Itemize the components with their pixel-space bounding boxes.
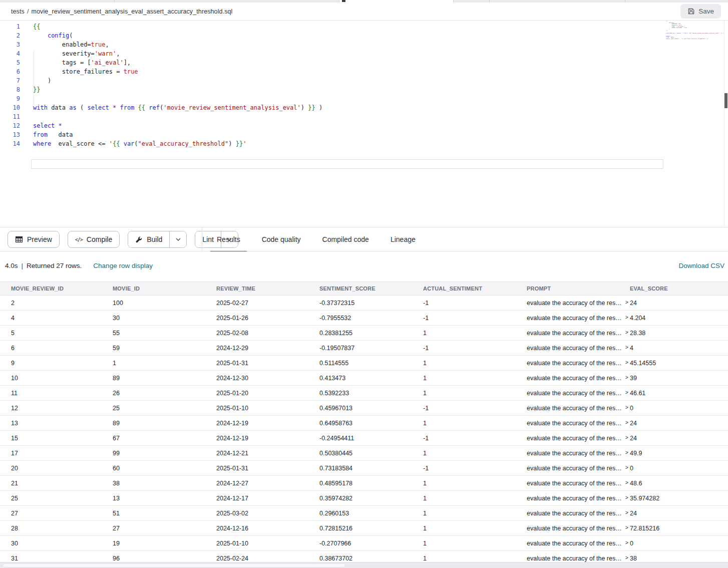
code-line-3[interactable]: 3 enabled=true, xyxy=(0,40,718,49)
prompt-expand-icon[interactable]: > xyxy=(625,300,628,305)
save-button[interactable]: Save xyxy=(680,4,721,19)
prompt-expand-icon[interactable]: > xyxy=(625,435,628,440)
cell-eval_score: 0 xyxy=(630,465,728,472)
code-line-13[interactable]: 13from data xyxy=(0,130,718,139)
cell-eval_score: 24 xyxy=(630,420,728,427)
prompt-preview-text: evaluate the accuracy of the res… xyxy=(527,300,622,307)
line-number: 7 xyxy=(0,76,20,85)
cell-eval_score: 48.6 xyxy=(630,480,728,487)
breadcrumb-separator: / xyxy=(27,8,29,15)
prompt-expand-icon[interactable]: > xyxy=(625,525,628,530)
prompt-expand-icon[interactable]: > xyxy=(625,360,628,365)
code-line-4[interactable]: 4 severity='warn', xyxy=(0,49,718,58)
code-line-6[interactable]: 6 store_failures = true xyxy=(0,67,718,76)
prompt-expand-icon[interactable]: > xyxy=(625,555,628,560)
prompt-expand-icon[interactable]: > xyxy=(625,420,628,425)
code-line-12[interactable]: 12select * xyxy=(0,121,718,130)
table-row: 12252025-01-100.45967013-1evaluate the a… xyxy=(0,401,728,416)
cell-actual_sentiment: 1 xyxy=(423,330,527,337)
build-dropdown-button[interactable] xyxy=(169,231,186,247)
cell-actual_sentiment: -1 xyxy=(423,300,527,307)
table-header-row: MOVIE_REVIEW_IDMOVIE_IDREVIEW_TIMESENTIM… xyxy=(0,282,728,296)
breadcrumb-directory[interactable]: tests xyxy=(11,8,25,15)
save-icon xyxy=(687,8,695,15)
cell-sentiment_score: 0.64958763 xyxy=(319,420,423,427)
tab-code-quality[interactable]: Code quality xyxy=(255,227,307,251)
code-line-1[interactable]: 1{{ xyxy=(0,22,718,31)
prompt-expand-icon[interactable]: > xyxy=(625,540,628,545)
line-number: 4 xyxy=(0,49,20,58)
prompt-expand-icon[interactable]: > xyxy=(625,405,628,410)
prompt-preview-text: evaluate the accuracy of the res… xyxy=(527,465,622,472)
cell-movie_review_id: 2 xyxy=(11,300,113,307)
prompt-preview-text: evaluate the accuracy of the res… xyxy=(527,345,622,352)
cell-movie_review_id: 9 xyxy=(11,360,113,367)
cell-actual_sentiment: -1 xyxy=(423,405,527,412)
cell-movie_id: 26 xyxy=(113,390,216,397)
tab-compiled-code[interactable]: Compiled code xyxy=(316,227,376,251)
prompt-preview-text: evaluate the accuracy of the res… xyxy=(527,390,622,397)
cell-movie_review_id: 10 xyxy=(11,375,113,382)
cell-eval_score: 38 xyxy=(630,555,728,562)
prompt-preview-text: evaluate the accuracy of the res… xyxy=(527,315,622,322)
cell-prompt: evaluate the accuracy of the res…> xyxy=(527,450,630,457)
change-row-display-link[interactable]: Change row display xyxy=(93,262,153,269)
prompt-expand-icon[interactable]: > xyxy=(625,330,628,335)
code-line-9[interactable]: 9 xyxy=(0,94,718,103)
cell-review_time: 2025-02-27 xyxy=(216,300,319,307)
cell-movie_review_id: 5 xyxy=(11,330,113,337)
cell-review_time: 2024-12-29 xyxy=(216,345,319,352)
breadcrumb: tests/movie_review_sentiment_analysis_ev… xyxy=(11,8,232,15)
prompt-expand-icon[interactable]: > xyxy=(625,510,628,515)
cell-sentiment_score: -0.7955532 xyxy=(319,315,423,322)
prompt-expand-icon[interactable]: > xyxy=(625,345,628,350)
table-row: 4302025-01-26-0.7955532-1evaluate the ac… xyxy=(0,311,728,326)
prompt-expand-icon[interactable]: > xyxy=(625,315,628,320)
code-line-10[interactable]: 10with data as ( select * from {{ ref('m… xyxy=(0,103,718,112)
cell-movie_id: 25 xyxy=(113,405,216,412)
code-line-8[interactable]: 8}} xyxy=(0,85,718,94)
tab-results[interactable]: Results xyxy=(210,227,247,251)
cell-movie_id: 59 xyxy=(113,345,216,352)
cell-review_time: 2024-12-21 xyxy=(216,450,319,457)
compile-button[interactable]: </> Compile xyxy=(68,231,120,248)
cell-movie_review_id: 25 xyxy=(11,495,113,502)
prompt-preview-text: evaluate the accuracy of the res… xyxy=(527,495,622,502)
horizontal-scrollbar-handle[interactable] xyxy=(3,563,345,567)
cell-review_time: 2025-01-10 xyxy=(216,405,319,412)
prompt-expand-icon[interactable]: > xyxy=(625,390,628,395)
horizontal-scrollbar[interactable] xyxy=(0,562,728,568)
code-line-7[interactable]: 7 ) xyxy=(0,76,718,85)
code-line-11[interactable]: 11 xyxy=(0,112,718,121)
code-line-14[interactable]: 14where eval_score <= '{{ var("eval_accu… xyxy=(0,139,718,148)
cell-actual_sentiment: -1 xyxy=(423,465,527,472)
download-csv-link[interactable]: Download CSV xyxy=(678,262,724,269)
cell-movie_id: 55 xyxy=(113,330,216,337)
cell-movie_review_id: 21 xyxy=(11,480,113,487)
code-lines[interactable]: 1{{2 config(3 enabled=true,4 severity='w… xyxy=(0,22,718,148)
prompt-expand-icon[interactable]: > xyxy=(625,480,628,485)
column-header-review_time: REVIEW_TIME xyxy=(216,286,319,292)
prompt-expand-icon[interactable]: > xyxy=(625,465,628,470)
preview-button[interactable]: Preview xyxy=(8,231,60,248)
minimap[interactable]: {{ config( enabled=true, severity='warn'… xyxy=(665,21,724,40)
chevron-down-icon xyxy=(176,238,181,241)
prompt-expand-icon[interactable]: > xyxy=(625,450,628,455)
cell-movie_id: 67 xyxy=(113,435,216,442)
build-button[interactable]: Build xyxy=(128,231,169,247)
cell-movie_id: 96 xyxy=(113,555,216,562)
code-line-5[interactable]: 5 tags = ['ai_eval'], xyxy=(0,58,718,67)
prompt-preview-text: evaluate the accuracy of the res… xyxy=(527,420,622,427)
tab-lineage[interactable]: Lineage xyxy=(384,227,422,251)
editor-scrollbar[interactable] xyxy=(724,21,728,227)
cell-prompt: evaluate the accuracy of the res…> xyxy=(527,345,630,352)
prompt-expand-icon[interactable]: > xyxy=(625,495,628,500)
table-row: 912025-01-310.51145551evaluate the accur… xyxy=(0,356,728,371)
editor-scrollbar-handle[interactable] xyxy=(724,93,727,108)
code-line-2[interactable]: 2 config( xyxy=(0,31,718,40)
cell-eval_score: 24 xyxy=(630,300,728,307)
prompt-expand-icon[interactable]: > xyxy=(625,375,628,380)
active-tab-icon xyxy=(342,0,345,2)
code-editor[interactable]: 1{{2 config(3 enabled=true,4 severity='w… xyxy=(0,21,728,227)
table-row: 28272024-12-160.728152161evaluate the ac… xyxy=(0,521,728,536)
